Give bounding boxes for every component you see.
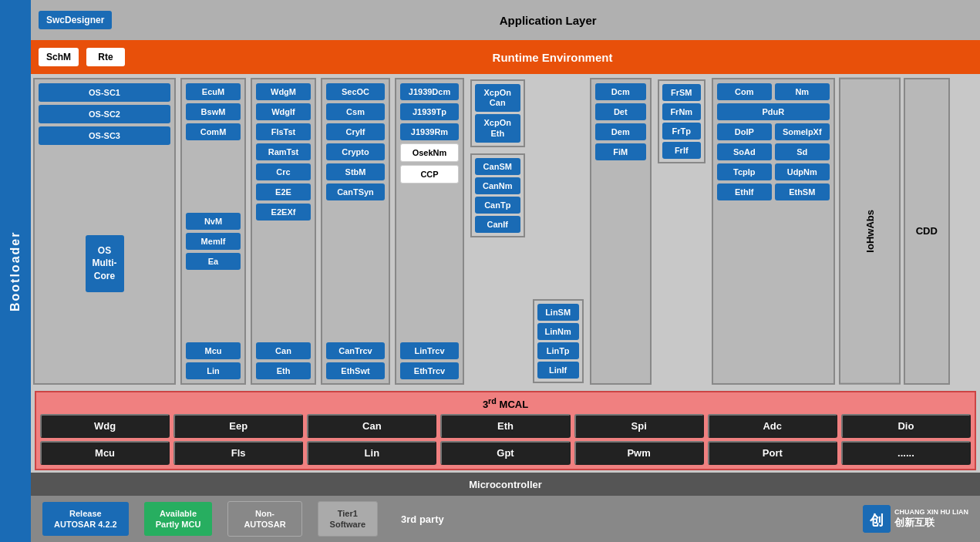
dots-mcal-button[interactable]: ...... [841,441,971,465]
rte-button[interactable]: Rte [86,48,125,66]
canlf-button[interactable]: CanIf [475,216,520,233]
cantsyn-button[interactable]: CanTSyn [326,183,385,200]
fr-eth-group: FrSM FrNm FrTp FrIf [656,78,707,385]
eth-bsw-button[interactable]: Eth [256,362,311,379]
ethlf-button[interactable]: EthIf [717,183,772,200]
mcal-title: 3rd MCAL [40,396,971,410]
cdd-label: CDD [916,225,938,237]
com-top-button[interactable]: Com [717,83,772,100]
tcpip-button[interactable]: TcpIp [717,163,772,180]
lin-button[interactable]: Lin [186,362,241,379]
logo-line1: CHUANG XIN HU LIAN [894,508,968,517]
os-sc1-button[interactable]: OS-SC1 [39,83,170,102]
cantrcv-button[interactable]: CanTrcv [326,342,385,359]
eth-mcal-button[interactable]: Eth [440,414,570,438]
linsm-button[interactable]: LinSM [537,304,579,321]
ccp-button[interactable]: CCP [400,165,459,183]
swc-designer-button[interactable]: SwcDesigner [39,11,112,29]
mcu-button[interactable]: Mcu [186,342,241,359]
ecum-button[interactable]: EcuM [186,83,241,100]
cdd-col: CDD [904,78,950,385]
os-sc2-button[interactable]: OS-SC2 [39,105,170,123]
microcontroller-label: Microcontroller [469,479,542,490]
det-button[interactable]: Det [595,103,646,120]
wdg-mcal-button[interactable]: Wdg [40,414,170,438]
bswm-button[interactable]: BswM [186,103,241,120]
iohwabs-label: IoHwAbs [864,210,875,253]
ramtst-button[interactable]: RamTst [256,143,311,160]
linnm-button[interactable]: LinNm [537,323,579,340]
schm-button[interactable]: SchM [39,48,79,66]
ea-button[interactable]: Ea [186,253,241,270]
can-mcal-button[interactable]: Can [307,414,436,438]
ethtrcv-button[interactable]: EthTrcv [400,362,459,379]
udpnm-button[interactable]: UdpNm [775,163,830,180]
mcal-sup: rd [488,396,497,406]
mcu-mcal-button[interactable]: Mcu [40,441,170,465]
diagram-area: OS-SC1 OS-SC2 OS-SC3 OSMulti-Core EcuM B… [31,74,980,389]
dio-mcal-button[interactable]: Dio [841,414,971,438]
dem-button[interactable]: Dem [595,123,646,140]
cantp-button[interactable]: CanTp [475,197,520,214]
fls-mcal-button[interactable]: Fls [173,441,303,465]
ethsm-button[interactable]: EthSM [775,183,830,200]
lintrcv-button[interactable]: LinTrcv [400,342,459,359]
j1939tp-button[interactable]: J1939Tp [400,103,459,120]
crypto-button[interactable]: Crypto [326,143,385,160]
xcpon-can-button[interactable]: XcpOnCan [475,84,520,112]
mcal-row: 3rd MCAL Wdg Eep Can Eth Spi Adc Dio Mcu… [35,391,976,470]
main-container: Bootloader SwcDesigner Application Layer… [0,0,980,542]
nvm-button[interactable]: NvM [186,213,241,230]
can-button[interactable]: Can [256,342,311,359]
mcal-row2: Mcu Fls Lin Gpt Pwm Port ...... [40,441,971,465]
doip-button[interactable]: DoIP [717,123,772,140]
wdglf-button[interactable]: WdgIf [256,103,311,120]
xcpon-eth-button[interactable]: XcpOnEth [475,114,520,142]
spi-mcal-button[interactable]: Spi [574,414,704,438]
legend-available: AvailablePartly MCU [144,502,213,537]
j1939dcm-button[interactable]: J1939Dcm [400,83,459,100]
ethswt-button[interactable]: EthSwt [326,362,385,379]
comm-button[interactable]: ComM [186,123,241,140]
sd-button[interactable]: Sd [775,143,830,160]
crc-button[interactable]: Crc [256,163,311,180]
pdur-button[interactable]: PduR [717,103,830,120]
lintp-button[interactable]: LinTp [537,342,579,359]
e2exf-button[interactable]: E2EXf [256,204,311,221]
frtp-button[interactable]: FrTp [662,123,701,140]
memlf-button[interactable]: MemIf [186,233,241,250]
nm-button[interactable]: Nm [775,83,830,100]
lin-mcal-button[interactable]: Lin [307,441,436,465]
frlf-button[interactable]: FrIf [662,142,701,159]
wdgm-button[interactable]: WdgM [256,83,311,100]
csm-button[interactable]: Csm [326,103,385,120]
os-multi-button[interactable]: OSMulti-Core [86,235,124,292]
oseknm-button[interactable]: OsekNm [400,143,459,162]
cannm-button[interactable]: CanNm [475,177,520,194]
dcm-button[interactable]: Dcm [595,83,646,100]
linlf-button[interactable]: LinIf [537,362,579,379]
e2e-button[interactable]: E2E [256,183,311,200]
gpt-mcal-button[interactable]: Gpt [440,441,570,465]
iohwabs-col: IoHwAbs [839,78,901,385]
j1939-col: J1939Dcm J1939Tp J1939Rm OsekNm CCP LinT… [395,78,464,385]
port-mcal-button[interactable]: Port [708,441,837,465]
frsm-button[interactable]: FrSM [662,84,701,101]
j1939rm-button[interactable]: J1939Rm [400,123,459,140]
soad-button[interactable]: SoAd [717,143,772,160]
eep-mcal-button[interactable]: Eep [173,414,303,438]
secoc-button[interactable]: SecOC [326,83,385,100]
frnm-button[interactable]: FrNm [662,103,701,120]
cryif-button[interactable]: CryIf [326,123,385,140]
someipxf-button[interactable]: SomeIpXf [775,123,830,140]
pwm-mcal-button[interactable]: Pwm [574,441,704,465]
os-sc3-button[interactable]: OS-SC3 [39,126,170,145]
legend-3rd-party: 3rd party [401,513,444,525]
bootloader-label: Bootloader [8,231,22,311]
legend-section: ReleaseAUTOSAR 4.2.2 AvailablePartly MCU… [31,496,980,542]
stbm-button[interactable]: StbM [326,163,385,180]
cansm-button[interactable]: CanSM [475,158,520,175]
flstst-button[interactable]: FlsTst [256,123,311,140]
adc-mcal-button[interactable]: Adc [708,414,837,438]
fim-button[interactable]: FiM [595,143,646,160]
